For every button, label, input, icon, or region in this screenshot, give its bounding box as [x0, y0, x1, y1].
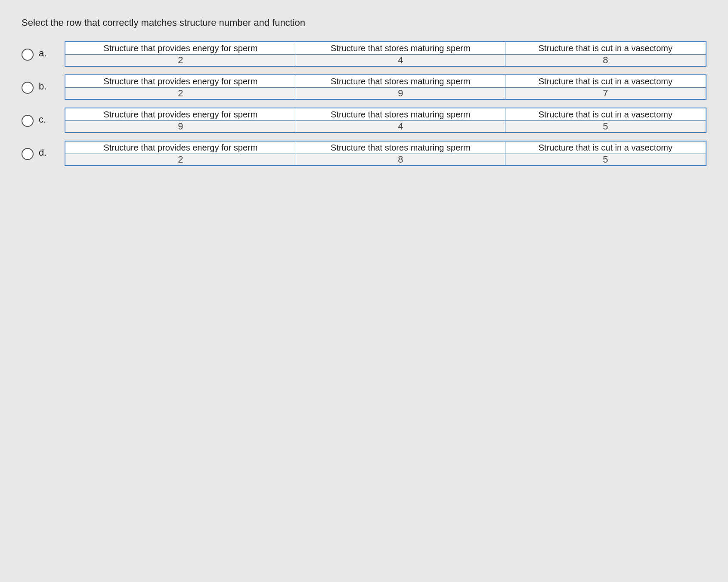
option-row-a: a. Structure that provides energy for sp…	[22, 41, 706, 67]
col2-num-d: 8	[296, 154, 505, 166]
radio-label-b: b.	[22, 81, 56, 94]
radio-c[interactable]	[22, 115, 34, 127]
col3-header-b: Structure that is cut in a vasectomy	[505, 75, 706, 88]
col3-num-a: 8	[505, 55, 706, 67]
radio-a[interactable]	[22, 49, 34, 61]
option-letter-a: a.	[39, 48, 47, 59]
col2-header-a: Structure that stores maturing sperm	[296, 42, 505, 55]
radio-d[interactable]	[22, 148, 34, 160]
col2-num-a: 4	[296, 55, 505, 67]
col1-num-b: 2	[65, 88, 296, 100]
question-container: Select the row that correctly matches st…	[22, 17, 706, 174]
col2-num-b: 9	[296, 88, 505, 100]
radio-label-c: c.	[22, 114, 56, 127]
radio-label-a: a.	[22, 48, 56, 61]
col3-num-c: 5	[505, 121, 706, 133]
option-table-d: Structure that provides energy for sperm…	[65, 141, 706, 166]
col1-header-a: Structure that provides energy for sperm	[65, 42, 296, 55]
options-container: a. Structure that provides energy for sp…	[22, 41, 706, 174]
option-table-c: Structure that provides energy for sperm…	[65, 108, 706, 133]
col1-header-b: Structure that provides energy for sperm	[65, 75, 296, 88]
option-letter-b: b.	[39, 81, 47, 92]
option-letter-c: c.	[39, 114, 47, 125]
page-title: Select the row that correctly matches st…	[22, 17, 706, 28]
option-row-d: d. Structure that provides energy for sp…	[22, 141, 706, 166]
col1-num-a: 2	[65, 55, 296, 67]
col1-header-d: Structure that provides energy for sperm	[65, 141, 296, 154]
col2-header-b: Structure that stores maturing sperm	[296, 75, 505, 88]
option-letter-d: d.	[39, 147, 47, 158]
col2-header-c: Structure that stores maturing sperm	[296, 108, 505, 121]
col3-header-c: Structure that is cut in a vasectomy	[505, 108, 706, 121]
option-table-a: Structure that provides energy for sperm…	[65, 41, 706, 67]
radio-b[interactable]	[22, 82, 34, 94]
col1-header-c: Structure that provides energy for sperm	[65, 108, 296, 121]
col1-num-d: 2	[65, 154, 296, 166]
option-row-b: b. Structure that provides energy for sp…	[22, 74, 706, 100]
col2-header-d: Structure that stores maturing sperm	[296, 141, 505, 154]
radio-label-d: d.	[22, 147, 56, 160]
col3-header-d: Structure that is cut in a vasectomy	[505, 141, 706, 154]
option-row-c: c. Structure that provides energy for sp…	[22, 108, 706, 133]
col1-num-c: 9	[65, 121, 296, 133]
option-table-b: Structure that provides energy for sperm…	[65, 74, 706, 100]
col3-header-a: Structure that is cut in a vasectomy	[505, 42, 706, 55]
col2-num-c: 4	[296, 121, 505, 133]
col3-num-b: 7	[505, 88, 706, 100]
col3-num-d: 5	[505, 154, 706, 166]
